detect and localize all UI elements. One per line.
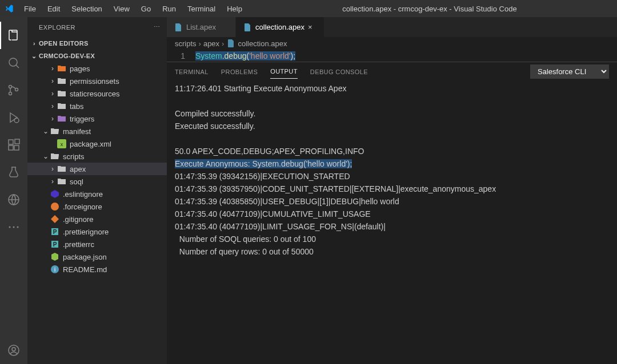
editor-tabs: List.apexcollection.apex× bbox=[167, 17, 617, 37]
accounts-icon[interactable] bbox=[0, 337, 27, 364]
output-line: Execute Anonymous: System.debug('hello w… bbox=[175, 157, 609, 170]
line-number: 1 bbox=[167, 51, 195, 62]
output-line: 01:47:35.39 (39342156)|EXECUTION_STARTED bbox=[175, 170, 609, 183]
output-line: Number of query rows: 0 out of 50000 bbox=[175, 245, 609, 258]
explorer-icon[interactable] bbox=[0, 22, 27, 49]
svg-point-0 bbox=[9, 58, 17, 66]
tree-item-manifest[interactable]: ⌄manifest bbox=[27, 125, 167, 137]
output-line: Compiled successfully. bbox=[175, 107, 609, 120]
tree-item-permissionsets[interactable]: ›permissionsets bbox=[27, 75, 167, 87]
tree-item-README-md[interactable]: iREADME.md bbox=[27, 263, 167, 276]
tree-item-tabs[interactable]: ›tabs bbox=[27, 100, 167, 112]
output-content[interactable]: 11:17:26.401 Starting Execute Anonymous … bbox=[167, 81, 617, 364]
svg-text:x: x bbox=[61, 141, 63, 147]
run-debug-icon[interactable] bbox=[0, 104, 27, 131]
eslint-icon bbox=[50, 189, 59, 199]
menu-run[interactable]: Run bbox=[158, 2, 181, 15]
breadcrumb[interactable]: scripts› apex› collection.apex bbox=[167, 37, 617, 50]
menu-view[interactable]: View bbox=[109, 2, 134, 15]
folder-open-icon bbox=[50, 152, 59, 161]
menu-go[interactable]: Go bbox=[137, 2, 155, 15]
svg-point-4 bbox=[14, 118, 19, 123]
menu-edit[interactable]: Edit bbox=[43, 2, 65, 15]
panel-tab-problems[interactable]: PROBLEMS bbox=[221, 65, 258, 79]
tree-item-pages[interactable]: ›pages bbox=[27, 62, 167, 75]
open-editors-section[interactable]: › OPEN EDITORS bbox=[27, 37, 167, 50]
more-icon[interactable] bbox=[0, 213, 27, 241]
svg-text:P: P bbox=[53, 241, 57, 248]
info-icon: i bbox=[50, 265, 59, 274]
tab-List-apex[interactable]: List.apex bbox=[167, 17, 236, 37]
folder-purple-icon bbox=[57, 114, 66, 123]
tree-item--eslintignore[interactable]: .eslintignore bbox=[27, 188, 167, 200]
output-line: 50.0 APEX_CODE,DEBUG;APEX_PROFILING,INFO bbox=[175, 145, 609, 157]
tree-item--forceignore[interactable]: .forceignore bbox=[27, 200, 167, 213]
menu-terminal[interactable]: Terminal bbox=[183, 2, 220, 15]
source-control-icon[interactable] bbox=[0, 76, 27, 104]
folder-open-icon bbox=[50, 127, 59, 136]
file-icon bbox=[174, 23, 183, 32]
folder-grey-icon bbox=[57, 164, 66, 173]
tree-item-triggers[interactable]: ›triggers bbox=[27, 112, 167, 125]
sidebar-title: EXPLORER bbox=[39, 24, 75, 31]
folder-grey-icon bbox=[57, 177, 66, 186]
menu-selection[interactable]: Selection bbox=[67, 2, 106, 15]
tree-item-apex[interactable]: ›apex bbox=[27, 163, 167, 175]
output-line bbox=[175, 132, 609, 145]
activity-bar bbox=[0, 17, 27, 364]
chevron-right-icon: › bbox=[48, 102, 57, 110]
svg-point-11 bbox=[13, 227, 15, 228]
tree-item--gitignore[interactable]: .gitignore bbox=[27, 213, 167, 225]
menu-help[interactable]: Help bbox=[222, 2, 247, 15]
svg-point-2 bbox=[9, 92, 12, 95]
sidebar-more-icon[interactable]: ⋯ bbox=[154, 23, 161, 31]
code-line: System.debug('hello world'); bbox=[195, 51, 295, 62]
svg-text:i: i bbox=[54, 266, 55, 273]
tree-item-scripts[interactable]: ⌄scripts bbox=[27, 150, 167, 163]
tree-item--prettierrc[interactable]: P.prettierrc bbox=[27, 238, 167, 250]
code-editor[interactable]: 1 System.debug('hello world'); bbox=[167, 50, 617, 62]
panel-tab-debug-console[interactable]: DEBUG CONSOLE bbox=[310, 65, 368, 79]
svg-point-10 bbox=[9, 227, 11, 228]
output-channel-dropdown[interactable]: Salesforce CLI bbox=[530, 64, 609, 79]
bottom-panel: TERMINALPROBLEMSOUTPUTDEBUG CONSOLE Sale… bbox=[167, 62, 617, 364]
chevron-right-icon: › bbox=[48, 90, 57, 98]
menu-file[interactable]: File bbox=[19, 2, 41, 15]
tree-item-package-json[interactable]: package.json bbox=[27, 250, 167, 263]
search-icon[interactable] bbox=[0, 49, 27, 76]
output-line: 01:47:35.40 (40477109)|CUMULATIVE_LIMIT_… bbox=[175, 208, 609, 220]
close-icon[interactable]: × bbox=[308, 23, 317, 31]
output-line: 01:47:35.39 (40385850)|USER_DEBUG|[1]|DE… bbox=[175, 195, 609, 208]
testing-icon[interactable] bbox=[0, 159, 27, 186]
svg-point-14 bbox=[12, 347, 15, 351]
chevron-down-icon: ⌄ bbox=[30, 52, 39, 60]
chevron-right-icon: › bbox=[48, 77, 57, 85]
tree-item-package-xml[interactable]: xpackage.xml bbox=[27, 137, 167, 150]
tree-item-soql[interactable]: ›soql bbox=[27, 175, 167, 188]
chevron-right-icon: › bbox=[48, 165, 57, 173]
tree-item--prettierignore[interactable]: P.prettierignore bbox=[27, 225, 167, 238]
menu-bar: FileEditSelectionViewGoRunTerminalHelp bbox=[19, 2, 247, 15]
tab-collection-apex[interactable]: collection.apex× bbox=[236, 17, 324, 37]
svg-marker-17 bbox=[51, 190, 59, 198]
tree-item-staticresources[interactable]: ›staticresources bbox=[27, 87, 167, 100]
chevron-right-icon: › bbox=[48, 177, 57, 185]
svg-marker-23 bbox=[51, 253, 58, 261]
force-icon bbox=[50, 202, 59, 211]
workspace-section[interactable]: ⌄ CRMCOG-DEV-EX bbox=[27, 50, 167, 62]
svg-point-1 bbox=[9, 86, 12, 88]
output-line bbox=[175, 95, 609, 107]
cloud-icon[interactable] bbox=[0, 186, 27, 213]
title-bar: FileEditSelectionViewGoRunTerminalHelp c… bbox=[0, 0, 617, 17]
svg-point-3 bbox=[15, 88, 18, 91]
node-icon bbox=[50, 252, 59, 261]
extensions-icon[interactable] bbox=[0, 131, 27, 159]
svg-point-12 bbox=[17, 227, 19, 228]
git-icon bbox=[50, 215, 59, 224]
output-line: Number of SOQL queries: 0 out of 100 bbox=[175, 233, 609, 245]
output-line: 01:47:35.39 (39357950)|CODE_UNIT_STARTED… bbox=[175, 183, 609, 195]
panel-tab-terminal[interactable]: TERMINAL bbox=[175, 65, 209, 79]
vscode-logo-icon bbox=[5, 4, 14, 13]
svg-rect-8 bbox=[15, 139, 19, 144]
panel-tab-output[interactable]: OUTPUT bbox=[270, 64, 298, 79]
